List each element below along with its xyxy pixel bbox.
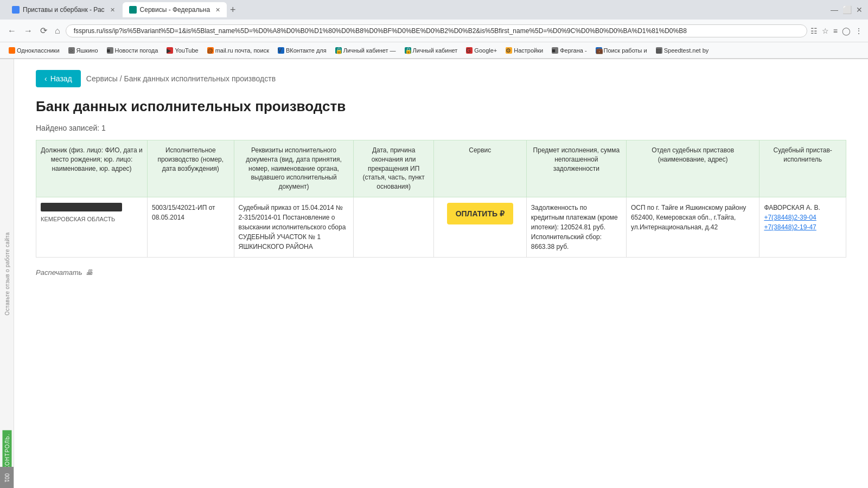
left-sidebar: Оставьте отзыв о работе сайта КОНТРОЛЬ. …	[0, 59, 14, 488]
tab1-favicon	[12, 6, 20, 14]
window-controls: — ⬜ ✕	[831, 5, 863, 14]
col-debt: Предмет исполнения, сумма непогашенной з…	[526, 140, 626, 197]
lk2-icon: 🔒	[405, 47, 411, 54]
home-button[interactable]: ⌂	[53, 24, 62, 38]
table-header-row: Должник (физ. лицо: ФИО, дата и место ро…	[36, 140, 846, 197]
col-exec-doc: Реквизиты исполнительного документа (вид…	[234, 140, 354, 197]
menu-icon[interactable]: ≡	[833, 27, 838, 35]
bookmark-mailru[interactable]: @ mail.ru почта, поиск	[204, 46, 272, 55]
bookmark-google-plus[interactable]: G Google+	[463, 46, 500, 55]
print-icon: 🖶	[86, 268, 93, 277]
tab2-favicon	[129, 6, 137, 14]
jobs-icon: 💼	[596, 47, 602, 54]
bookmark-jobs[interactable]: 💼 Поиск работы и	[592, 46, 650, 55]
star-icon[interactable]: ☆	[822, 27, 829, 35]
minimize-button[interactable]: —	[831, 5, 838, 14]
cell-department: ОСП по г. Тайге и Яшкинскому району 6524…	[626, 197, 759, 257]
nav-bar: ← → ⟳ ⌂ fssprus.ru/iss/ip?is%5Bvariant%5…	[0, 20, 868, 42]
bookmark-vk[interactable]: V ВКонтакте для	[275, 46, 330, 55]
vk-icon: V	[278, 47, 284, 54]
results-table: Должник (физ. лицо: ФИО, дата и место ро…	[36, 140, 846, 258]
bookmark-yashkino[interactable]: ☆ Яшкино	[65, 46, 101, 55]
table-row: КЕМЕРОВСКАЯ ОБЛАСТЬ 5003/15/42021-ИП от …	[36, 197, 846, 257]
pay-button[interactable]: ОПЛАТИТЬ ₽	[447, 203, 513, 224]
bookmark-settings[interactable]: ⚙ Настройки	[502, 46, 546, 55]
debtor-region: КЕМЕРОВСКАЯ ОБЛАСТЬ	[41, 215, 143, 224]
records-count: Найдено записей: 1	[36, 124, 846, 132]
title-bar: Приставы и сбербанк - Рас ✕ Сервисы - Фе…	[0, 0, 868, 20]
back-nav-button[interactable]: ←	[5, 24, 18, 38]
phone-link-2[interactable]: +7(38448)2-19-47	[764, 222, 841, 232]
breadcrumb-current: Банк данных исполнительных производств	[124, 74, 276, 83]
tab-1[interactable]: Приставы и сбербанк - Рас ✕	[5, 2, 122, 17]
forward-nav-button[interactable]: →	[22, 24, 35, 38]
tab1-close[interactable]: ✕	[110, 7, 115, 14]
news-icon: ■	[107, 47, 113, 54]
back-button-label: Назад	[50, 74, 72, 83]
col-department: Отдел судебных приставов (наименование, …	[626, 140, 759, 197]
cell-exec-prod: 5003/15/42021-ИП от 08.05.2014	[147, 197, 234, 257]
cell-debt: Задолженность по кредитным платежам (кро…	[526, 197, 626, 257]
settings-icon: ⚙	[506, 47, 512, 54]
debtor-name-blurred	[41, 203, 122, 211]
print-label: Распечатать	[36, 268, 82, 277]
print-link[interactable]: Распечатать 🖶	[36, 268, 93, 277]
lk1-icon: 🔒	[335, 47, 342, 54]
main-content: ‹ Назад Сервисы / Банк данных исполнител…	[14, 59, 868, 488]
tab-2[interactable]: Сервисы - Федеральна ✕	[123, 2, 227, 17]
youtube-icon: ▶	[167, 47, 173, 54]
breadcrumb: ‹ Назад Сервисы / Банк данных исполнител…	[36, 70, 846, 87]
bookmark-lk2[interactable]: 🔒 Личный кабинет	[401, 46, 461, 55]
mailru-icon: @	[207, 47, 214, 54]
cell-end-date	[354, 197, 433, 257]
tab2-label: Сервисы - Федеральна	[140, 6, 210, 14]
cell-bailiff: ФАВОРСКАЯ А. В. +7(38448)2-39-04 +7(3844…	[760, 197, 846, 257]
page-body: Оставьте отзыв о работе сайта КОНТРОЛЬ. …	[0, 59, 868, 488]
maximize-button[interactable]: ⬜	[843, 5, 852, 14]
page-title: Банк данных исполнительных производств	[36, 98, 846, 115]
back-button[interactable]: ‹ Назад	[36, 70, 81, 87]
more-icon[interactable]: ⋮	[855, 27, 863, 35]
tab1-label: Приставы и сбербанк - Рас	[23, 6, 105, 14]
tab2-close[interactable]: ✕	[215, 7, 220, 14]
records-number: 1	[101, 124, 106, 132]
sidebar-number: 001	[0, 467, 14, 488]
phone-link-1[interactable]: +7(38448)2-39-04	[764, 213, 841, 222]
col-bailiff: Судебный пристав-исполнитель	[760, 140, 846, 197]
control-label[interactable]: КОНТРОЛЬ.	[2, 431, 11, 473]
cell-exec-doc: Судебный приказ от 15.04.2014 № 2-315/20…	[234, 197, 354, 257]
print-section: Распечатать 🖶	[36, 268, 846, 277]
bookmark-youtube[interactable]: ▶ YouTube	[163, 46, 201, 55]
cell-service: ОПЛАТИТЬ ₽	[433, 197, 526, 257]
bookmark-speedtest[interactable]: ▤ Speedtest.net by	[653, 46, 712, 55]
bookmark-fergana[interactable]: ■ Фергана -	[548, 46, 590, 55]
bookmarks-bar: Одноклассники ☆ Яшкино ■ Новости погода …	[0, 42, 868, 59]
bookmark-lk1[interactable]: 🔒 Личный кабинет —	[332, 46, 399, 55]
new-tab-button[interactable]: +	[230, 4, 236, 16]
bookmark-odnoklassniki[interactable]: Одноклассники	[5, 46, 63, 55]
back-arrow-icon: ‹	[44, 74, 47, 83]
extensions-icon[interactable]: ☷	[810, 27, 818, 35]
breadcrumb-services[interactable]: Сервисы	[86, 74, 118, 83]
yashkino-icon: ☆	[68, 47, 75, 54]
col-exec-prod: Исполнительное производство (номер, дата…	[147, 140, 234, 197]
bookmark-news[interactable]: ■ Новости погода	[104, 46, 162, 55]
speedtest-icon: ▤	[656, 47, 662, 54]
googleplus-icon: G	[466, 47, 473, 54]
col-end-date: Дата, причина окончания или прекращения …	[354, 140, 433, 197]
bailiff-name: ФАВОРСКАЯ А. В.	[764, 204, 820, 211]
address-bar[interactable]: fssprus.ru/iss/ip?is%5Bvariant%5D=1&is%5…	[66, 24, 807, 37]
reload-button[interactable]: ⟳	[38, 23, 49, 38]
cell-debtor: КЕМЕРОВСКАЯ ОБЛАСТЬ	[36, 197, 148, 257]
close-button[interactable]: ✕	[856, 5, 863, 14]
feedback-label[interactable]: Оставьте отзыв о работе сайта	[4, 232, 10, 315]
col-service: Сервис	[433, 140, 526, 197]
col-debtor: Должник (физ. лицо: ФИО, дата и место ро…	[36, 140, 148, 197]
odnoklassniki-icon	[9, 47, 15, 54]
profile-icon[interactable]: ◯	[842, 27, 851, 35]
fergana-icon: ■	[552, 47, 558, 54]
